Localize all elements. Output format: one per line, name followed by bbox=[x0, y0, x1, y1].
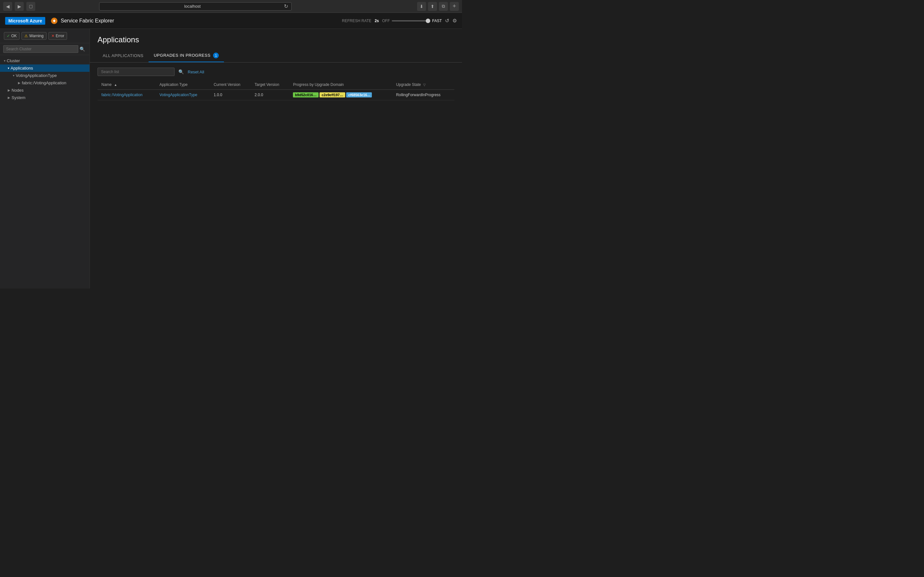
sidebar-item-fabric-voting[interactable]: ▶ fabric:/VotingApplication bbox=[0, 79, 89, 87]
upgrade-domain-pills: b9d52c016a... c2e9eff1976... cf68563e16.… bbox=[293, 92, 388, 97]
share-button[interactable]: ⬆ bbox=[428, 2, 437, 11]
upgrades-badge: 1 bbox=[213, 53, 219, 58]
sidebar-item-system[interactable]: ▶ System bbox=[0, 94, 89, 101]
col-name[interactable]: Name ▲ bbox=[97, 80, 156, 90]
col-progress-upgrade-domain: Progress by Upgrade Domain bbox=[289, 80, 392, 90]
address-bar: localhost ↻ bbox=[99, 2, 292, 11]
fabricvoting-arrow: ▶ bbox=[18, 81, 21, 85]
slider-thumb bbox=[426, 19, 430, 23]
system-arrow: ▶ bbox=[8, 96, 10, 99]
speed-slider[interactable] bbox=[392, 20, 430, 21]
app-name-link[interactable]: fabric:/VotingApplication bbox=[102, 93, 142, 97]
cell-name: fabric:/VotingApplication bbox=[97, 90, 156, 100]
reset-all-button[interactable]: Reset All bbox=[188, 69, 204, 74]
sfe-icon bbox=[50, 17, 58, 25]
settings-button[interactable]: ⚙ bbox=[452, 18, 457, 24]
error-label: Error bbox=[56, 34, 65, 38]
col-upgradestate-label: Upgrade State bbox=[396, 82, 421, 87]
search-cluster-button[interactable]: 🔍 bbox=[78, 47, 86, 52]
ok-status-button[interactable]: ✓ OK bbox=[4, 32, 19, 40]
cluster-arrow: ▾ bbox=[4, 59, 5, 63]
tree-navigation: ▾ Cluster ▾ Applications ▾ VotingApplica… bbox=[0, 55, 89, 288]
app-title-text: Service Fabric Explorer bbox=[61, 18, 114, 24]
col-target-version[interactable]: Target Version bbox=[251, 80, 289, 90]
current-version-text: 1.0.0 bbox=[214, 93, 222, 97]
table-row: fabric:/VotingApplication VotingApplicat… bbox=[97, 90, 454, 100]
cell-target-version: 2.0.0 bbox=[251, 90, 289, 100]
tab-upgrades-in-progress[interactable]: UPGRADES IN PROGRESS 1 bbox=[149, 49, 224, 62]
top-bar: Microsoft Azure Service Fabric Explorer … bbox=[0, 13, 462, 29]
upgrade-domain-pill-2: cf68563e16... bbox=[346, 92, 372, 97]
votingtype-label: VotingApplicationType bbox=[16, 73, 86, 78]
col-name-label: Name bbox=[102, 82, 111, 87]
cluster-label: Cluster bbox=[7, 58, 86, 63]
tab-all-applications-label: ALL APPLICATIONS bbox=[103, 53, 144, 58]
browser-chrome: ◀ ▶ ▢ localhost ↻ ⬇ ⬆ ⧉ + bbox=[0, 0, 462, 13]
col-upgrade-state[interactable]: Upgrade State ▽ bbox=[392, 80, 454, 90]
table-header-row: Name ▲ Application Type Current Version … bbox=[97, 80, 454, 90]
upgrade-domain-pill-0: b9d52c016a... bbox=[293, 92, 318, 97]
tabs-button[interactable]: ⧉ bbox=[439, 2, 448, 11]
table-header: Name ▲ Application Type Current Version … bbox=[97, 80, 454, 90]
applications-table: Name ▲ Application Type Current Version … bbox=[97, 80, 454, 100]
upgrade-state-text: RollingForwardInProgress bbox=[396, 93, 441, 97]
back-button[interactable]: ◀ bbox=[3, 2, 12, 11]
ok-icon: ✓ bbox=[7, 34, 10, 38]
warning-status-button[interactable]: ⚠ Warning bbox=[21, 32, 46, 40]
refresh-toggle: OFF FAST bbox=[382, 19, 442, 23]
upgrade-state-filter-icon: ▽ bbox=[423, 83, 426, 87]
applications-arrow: ▾ bbox=[8, 66, 9, 70]
page-refresh-button[interactable]: ↻ bbox=[284, 3, 288, 9]
app-title: Service Fabric Explorer bbox=[50, 17, 114, 25]
ok-label: OK bbox=[11, 34, 17, 38]
col-apptype-label: Application Type bbox=[160, 82, 188, 87]
refresh-rate-label: REFRESH RATE bbox=[342, 19, 372, 23]
main-content: ✓ OK ⚠ Warning ✕ Error 🔍 bbox=[0, 29, 462, 288]
name-sort-icon: ▲ bbox=[114, 83, 117, 87]
table-area: 🔍 Reset All Name ▲ Application Type bbox=[90, 63, 462, 288]
refresh-icon-button[interactable]: ↺ bbox=[445, 18, 449, 24]
error-status-button[interactable]: ✕ Error bbox=[48, 32, 67, 40]
search-list-icon: 🔍 bbox=[178, 69, 184, 74]
cell-application-type: VotingApplicationType bbox=[156, 90, 210, 100]
forward-button[interactable]: ▶ bbox=[15, 2, 24, 11]
right-panel: Applications ALL APPLICATIONS UPGRADES I… bbox=[90, 29, 462, 288]
warning-icon: ⚠ bbox=[24, 34, 28, 38]
sidebar-item-nodes[interactable]: ▶ Nodes bbox=[0, 87, 89, 94]
col-targetver-label: Target Version bbox=[255, 82, 279, 87]
browser-right-buttons: ⬇ ⬆ ⧉ + bbox=[417, 2, 459, 11]
sidebar-item-cluster[interactable]: ▾ Cluster bbox=[0, 57, 89, 64]
cell-upgrade-domain-progress: b9d52c016a... c2e9eff1976... cf68563e16.… bbox=[289, 90, 392, 100]
tabs-bar: ALL APPLICATIONS UPGRADES IN PROGRESS 1 bbox=[90, 49, 462, 63]
fast-label: FAST bbox=[432, 19, 442, 23]
col-currver-label: Current Version bbox=[214, 82, 240, 87]
svg-point-1 bbox=[53, 20, 55, 22]
page-title: Applications bbox=[97, 35, 454, 44]
download-button[interactable]: ⬇ bbox=[417, 2, 426, 11]
address-text: localhost bbox=[103, 4, 282, 9]
sidebar-item-applications[interactable]: ▾ Applications bbox=[0, 64, 89, 72]
page-header: Applications bbox=[90, 29, 462, 49]
applications-label: Applications bbox=[11, 66, 86, 71]
sidebar: ✓ OK ⚠ Warning ✕ Error 🔍 bbox=[0, 29, 90, 288]
warning-label: Warning bbox=[29, 34, 43, 38]
table-body: fabric:/VotingApplication VotingApplicat… bbox=[97, 90, 454, 100]
refresh-rate-value: 2s bbox=[375, 19, 379, 23]
table-search-bar: 🔍 Reset All bbox=[97, 68, 454, 76]
votingtype-arrow: ▾ bbox=[13, 74, 15, 77]
sidebar-status-bar: ✓ OK ⚠ Warning ✕ Error bbox=[0, 29, 89, 43]
sidebar-item-votingapplicationtype[interactable]: ▾ VotingApplicationType bbox=[0, 72, 89, 79]
target-version-text: 2.0.0 bbox=[255, 93, 263, 97]
search-cluster-input[interactable] bbox=[3, 45, 78, 53]
top-bar-right: REFRESH RATE 2s OFF FAST ↺ ⚙ bbox=[342, 18, 457, 24]
app-type-link[interactable]: VotingApplicationType bbox=[160, 93, 197, 97]
search-cluster-bar: 🔍 bbox=[0, 43, 89, 55]
col-progress-label: Progress by Upgrade Domain bbox=[293, 82, 344, 87]
col-current-version[interactable]: Current Version bbox=[210, 80, 251, 90]
fabricvoting-label: fabric:/VotingApplication bbox=[22, 81, 86, 85]
col-application-type[interactable]: Application Type bbox=[156, 80, 210, 90]
search-list-input[interactable] bbox=[97, 68, 174, 76]
new-tab-button[interactable]: + bbox=[450, 2, 459, 11]
rect-button[interactable]: ▢ bbox=[26, 2, 35, 11]
tab-all-applications[interactable]: ALL APPLICATIONS bbox=[97, 50, 149, 62]
